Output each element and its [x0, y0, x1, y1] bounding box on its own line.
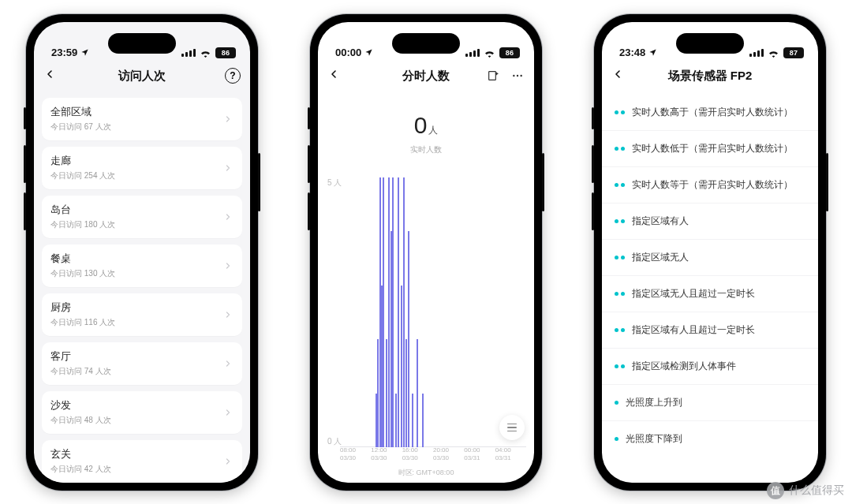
- x-tick: 16:0003/30: [402, 447, 433, 466]
- chart-bar: [412, 394, 413, 447]
- watermark-text: 什么值得买: [789, 483, 844, 498]
- phone-visits: 23:59 86: [26, 14, 258, 491]
- trigger-row[interactable]: 实时人数高于（需开启实时人数统计）: [602, 95, 818, 131]
- more-button[interactable]: [510, 69, 525, 82]
- dynamic-island: [108, 33, 176, 54]
- phone-side-button: [592, 192, 594, 230]
- zone-row[interactable]: 沙发今日访问 48 人次: [42, 391, 242, 434]
- signal-icon: [749, 49, 764, 57]
- x-tick: 00:0003/31: [464, 447, 495, 466]
- chart-bar: [386, 339, 387, 447]
- page-title: 分时人数: [402, 69, 450, 84]
- chevron-right-icon: [223, 261, 233, 271]
- svg-rect-0: [489, 72, 496, 80]
- phone-side-button: [592, 107, 594, 129]
- chart-bar: [401, 286, 402, 447]
- chart-bar: [408, 231, 409, 447]
- zone-name: 岛台: [50, 203, 115, 217]
- watermark-badge-icon: 值: [767, 482, 784, 499]
- chevron-right-icon: [223, 212, 233, 222]
- chevron-right-icon: [223, 114, 233, 124]
- nav-bar: 访问人次 ?: [34, 60, 250, 91]
- trigger-row[interactable]: 光照度下降到: [602, 421, 818, 457]
- zone-name: 餐桌: [50, 252, 115, 266]
- trigger-row[interactable]: 实时人数低于（需开启实时人数统计）: [602, 131, 818, 167]
- battery-indicator: 86: [499, 47, 520, 58]
- zone-visits: 今日访问 74 人次: [50, 366, 111, 377]
- nav-bar: 场景传感器 FP2: [602, 60, 818, 91]
- wifi-icon: [484, 49, 495, 58]
- page-title: 访问人次: [118, 69, 166, 84]
- trigger-label: 指定区域无人且超过一定时长: [632, 287, 755, 301]
- zone-visits: 今日访问 130 人次: [50, 268, 115, 279]
- zone-row[interactable]: 客厅今日访问 74 人次: [42, 342, 242, 385]
- trigger-dot-icon: [615, 110, 625, 114]
- list-toggle-button[interactable]: [499, 415, 525, 440]
- zone-visits: 今日访问 48 人次: [50, 415, 111, 426]
- trigger-row[interactable]: 指定区域检测到人体事件: [602, 349, 818, 385]
- zone-row[interactable]: 厨房今日访问 116 人次: [42, 293, 242, 336]
- trigger-row[interactable]: 指定区域无人且超过一定时长: [602, 276, 818, 312]
- trigger-row[interactable]: 指定区域有人且超过一定时长: [602, 312, 818, 349]
- trigger-label: 指定区域有人: [632, 215, 689, 228]
- trigger-row[interactable]: 指定区域无人: [602, 240, 818, 276]
- zone-row[interactable]: 玄关今日访问 42 人次: [42, 440, 242, 483]
- trigger-dot-icon: [615, 401, 618, 405]
- svg-point-2: [517, 75, 518, 77]
- trigger-label: 指定区域检测到人体事件: [632, 360, 736, 373]
- chart-bars: [340, 177, 526, 447]
- trigger-dot-icon: [615, 183, 625, 187]
- trigger-row[interactable]: 光照度上升到: [602, 385, 818, 421]
- chevron-right-icon: [223, 359, 233, 368]
- phone-side-button: [308, 107, 310, 129]
- phone-side-button: [542, 153, 544, 211]
- phone-triggers: 23:48 87: [594, 14, 826, 491]
- back-button[interactable]: [611, 68, 624, 84]
- zone-visits: 今日访问 180 人次: [50, 219, 115, 230]
- chevron-right-icon: [223, 310, 233, 319]
- status-time: 23:48: [619, 47, 645, 58]
- zone-name: 全部区域: [50, 105, 111, 119]
- back-button[interactable]: [43, 68, 56, 84]
- trigger-dot-icon: [615, 292, 625, 296]
- battery-indicator: 86: [215, 47, 236, 58]
- phone-side-button: [826, 153, 828, 211]
- zone-name: 厨房: [50, 301, 115, 315]
- chevron-right-icon: [223, 408, 233, 417]
- trigger-label: 实时人数高于（需开启实时人数统计）: [632, 106, 793, 119]
- zone-row[interactable]: 走廊今日访问 254 人次: [42, 147, 242, 189]
- status-time: 00:00: [335, 47, 361, 58]
- trigger-dot-icon: [615, 147, 625, 151]
- phone-side-button: [24, 145, 26, 183]
- location-icon: [80, 48, 89, 57]
- phone-side-button: [24, 192, 26, 230]
- export-button[interactable]: [487, 69, 499, 82]
- chart-bar: [395, 394, 397, 447]
- trigger-row[interactable]: 指定区域有人: [602, 203, 818, 240]
- page-title: 场景传感器 FP2: [668, 69, 753, 84]
- zone-name: 走廊: [50, 154, 115, 168]
- zone-name: 玄关: [50, 447, 111, 461]
- phone-side-button: [592, 145, 594, 183]
- nav-bar: 分时人数: [318, 60, 534, 91]
- trigger-dot-icon: [615, 256, 625, 259]
- trigger-dot-icon: [615, 219, 625, 223]
- phone-side-button: [308, 145, 310, 183]
- zone-row[interactable]: 餐桌今日访问 130 人次: [42, 245, 242, 287]
- zone-name: 客厅: [50, 349, 111, 364]
- help-button[interactable]: ?: [225, 68, 241, 84]
- zone-visits: 今日访问 42 人次: [50, 464, 111, 475]
- location-icon: [364, 48, 373, 57]
- zone-visits: 今日访问 116 人次: [50, 317, 115, 328]
- zone-row[interactable]: 全部区域今日访问 67 人次: [42, 98, 242, 140]
- svg-point-3: [520, 75, 521, 77]
- back-button[interactable]: [327, 68, 340, 84]
- trigger-row[interactable]: 实时人数等于（需开启实时人数统计）: [602, 167, 818, 203]
- location-icon: [648, 48, 657, 57]
- chart-bar: [383, 177, 384, 447]
- chevron-right-icon: [223, 457, 233, 466]
- x-axis: 08:0003/3012:0003/3016:0003/3020:0003/30…: [340, 447, 526, 466]
- zone-row[interactable]: 岛台今日访问 180 人次: [42, 196, 242, 238]
- chevron-right-icon: [223, 163, 233, 173]
- trigger-label: 实时人数等于（需开启实时人数统计）: [632, 178, 793, 192]
